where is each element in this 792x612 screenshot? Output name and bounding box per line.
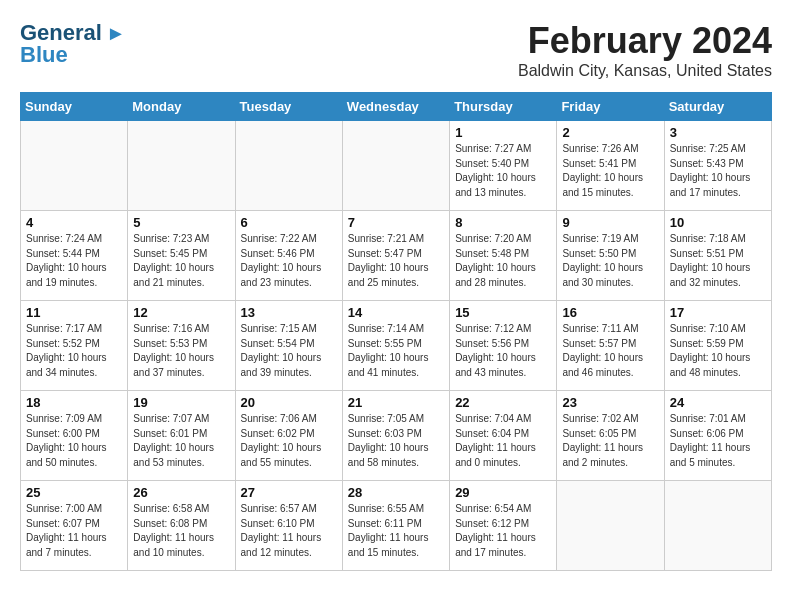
day-number: 12 <box>133 305 229 320</box>
day-number: 22 <box>455 395 551 410</box>
calendar-cell: 24Sunrise: 7:01 AM Sunset: 6:06 PM Dayli… <box>664 391 771 481</box>
day-number: 29 <box>455 485 551 500</box>
day-info: Sunrise: 7:23 AM Sunset: 5:45 PM Dayligh… <box>133 232 229 290</box>
day-info: Sunrise: 6:54 AM Sunset: 6:12 PM Dayligh… <box>455 502 551 560</box>
calendar-cell: 15Sunrise: 7:12 AM Sunset: 5:56 PM Dayli… <box>450 301 557 391</box>
day-info: Sunrise: 7:18 AM Sunset: 5:51 PM Dayligh… <box>670 232 766 290</box>
calendar-cell: 18Sunrise: 7:09 AM Sunset: 6:00 PM Dayli… <box>21 391 128 481</box>
day-number: 3 <box>670 125 766 140</box>
day-info: Sunrise: 7:02 AM Sunset: 6:05 PM Dayligh… <box>562 412 658 470</box>
day-info: Sunrise: 7:05 AM Sunset: 6:03 PM Dayligh… <box>348 412 444 470</box>
day-number: 20 <box>241 395 337 410</box>
calendar-cell: 19Sunrise: 7:07 AM Sunset: 6:01 PM Dayli… <box>128 391 235 481</box>
day-number: 16 <box>562 305 658 320</box>
day-info: Sunrise: 7:04 AM Sunset: 6:04 PM Dayligh… <box>455 412 551 470</box>
day-number: 2 <box>562 125 658 140</box>
calendar-table: SundayMondayTuesdayWednesdayThursdayFrid… <box>20 92 772 571</box>
day-info: Sunrise: 7:21 AM Sunset: 5:47 PM Dayligh… <box>348 232 444 290</box>
calendar-cell: 29Sunrise: 6:54 AM Sunset: 6:12 PM Dayli… <box>450 481 557 571</box>
calendar-cell: 2Sunrise: 7:26 AM Sunset: 5:41 PM Daylig… <box>557 121 664 211</box>
day-info: Sunrise: 7:17 AM Sunset: 5:52 PM Dayligh… <box>26 322 122 380</box>
day-info: Sunrise: 7:24 AM Sunset: 5:44 PM Dayligh… <box>26 232 122 290</box>
day-number: 21 <box>348 395 444 410</box>
day-info: Sunrise: 7:27 AM Sunset: 5:40 PM Dayligh… <box>455 142 551 200</box>
day-number: 13 <box>241 305 337 320</box>
col-header-thursday: Thursday <box>450 93 557 121</box>
day-number: 8 <box>455 215 551 230</box>
day-number: 4 <box>26 215 122 230</box>
day-info: Sunrise: 6:58 AM Sunset: 6:08 PM Dayligh… <box>133 502 229 560</box>
calendar-cell: 5Sunrise: 7:23 AM Sunset: 5:45 PM Daylig… <box>128 211 235 301</box>
calendar-week-row: 25Sunrise: 7:00 AM Sunset: 6:07 PM Dayli… <box>21 481 772 571</box>
day-number: 25 <box>26 485 122 500</box>
day-number: 7 <box>348 215 444 230</box>
day-number: 17 <box>670 305 766 320</box>
day-info: Sunrise: 7:22 AM Sunset: 5:46 PM Dayligh… <box>241 232 337 290</box>
calendar-cell: 28Sunrise: 6:55 AM Sunset: 6:11 PM Dayli… <box>342 481 449 571</box>
day-info: Sunrise: 7:01 AM Sunset: 6:06 PM Dayligh… <box>670 412 766 470</box>
day-number: 28 <box>348 485 444 500</box>
col-header-saturday: Saturday <box>664 93 771 121</box>
calendar-cell: 13Sunrise: 7:15 AM Sunset: 5:54 PM Dayli… <box>235 301 342 391</box>
calendar-cell: 25Sunrise: 7:00 AM Sunset: 6:07 PM Dayli… <box>21 481 128 571</box>
day-number: 1 <box>455 125 551 140</box>
calendar-cell: 11Sunrise: 7:17 AM Sunset: 5:52 PM Dayli… <box>21 301 128 391</box>
calendar-cell: 3Sunrise: 7:25 AM Sunset: 5:43 PM Daylig… <box>664 121 771 211</box>
calendar-cell: 12Sunrise: 7:16 AM Sunset: 5:53 PM Dayli… <box>128 301 235 391</box>
day-number: 27 <box>241 485 337 500</box>
calendar-cell: 16Sunrise: 7:11 AM Sunset: 5:57 PM Dayli… <box>557 301 664 391</box>
day-info: Sunrise: 7:16 AM Sunset: 5:53 PM Dayligh… <box>133 322 229 380</box>
day-info: Sunrise: 7:19 AM Sunset: 5:50 PM Dayligh… <box>562 232 658 290</box>
day-number: 24 <box>670 395 766 410</box>
day-number: 14 <box>348 305 444 320</box>
logo-arrow-icon: ► <box>106 22 126 45</box>
calendar-cell <box>664 481 771 571</box>
calendar-cell <box>342 121 449 211</box>
day-info: Sunrise: 7:11 AM Sunset: 5:57 PM Dayligh… <box>562 322 658 380</box>
calendar-cell: 21Sunrise: 7:05 AM Sunset: 6:03 PM Dayli… <box>342 391 449 481</box>
day-info: Sunrise: 7:12 AM Sunset: 5:56 PM Dayligh… <box>455 322 551 380</box>
calendar-week-row: 4Sunrise: 7:24 AM Sunset: 5:44 PM Daylig… <box>21 211 772 301</box>
day-info: Sunrise: 7:00 AM Sunset: 6:07 PM Dayligh… <box>26 502 122 560</box>
calendar-cell: 23Sunrise: 7:02 AM Sunset: 6:05 PM Dayli… <box>557 391 664 481</box>
calendar-cell: 22Sunrise: 7:04 AM Sunset: 6:04 PM Dayli… <box>450 391 557 481</box>
calendar-cell: 26Sunrise: 6:58 AM Sunset: 6:08 PM Dayli… <box>128 481 235 571</box>
day-info: Sunrise: 7:26 AM Sunset: 5:41 PM Dayligh… <box>562 142 658 200</box>
calendar-cell: 6Sunrise: 7:22 AM Sunset: 5:46 PM Daylig… <box>235 211 342 301</box>
location-subtitle: Baldwin City, Kansas, United States <box>20 62 772 80</box>
calendar-cell: 4Sunrise: 7:24 AM Sunset: 5:44 PM Daylig… <box>21 211 128 301</box>
calendar-cell: 9Sunrise: 7:19 AM Sunset: 5:50 PM Daylig… <box>557 211 664 301</box>
logo: General ► Blue <box>20 20 126 68</box>
day-info: Sunrise: 7:07 AM Sunset: 6:01 PM Dayligh… <box>133 412 229 470</box>
col-header-tuesday: Tuesday <box>235 93 342 121</box>
day-number: 5 <box>133 215 229 230</box>
day-info: Sunrise: 7:10 AM Sunset: 5:59 PM Dayligh… <box>670 322 766 380</box>
page-header: February 2024 Baldwin City, Kansas, Unit… <box>20 20 772 80</box>
calendar-cell: 7Sunrise: 7:21 AM Sunset: 5:47 PM Daylig… <box>342 211 449 301</box>
calendar-cell: 10Sunrise: 7:18 AM Sunset: 5:51 PM Dayli… <box>664 211 771 301</box>
col-header-monday: Monday <box>128 93 235 121</box>
col-header-sunday: Sunday <box>21 93 128 121</box>
day-info: Sunrise: 7:14 AM Sunset: 5:55 PM Dayligh… <box>348 322 444 380</box>
logo-blue: Blue <box>20 42 68 68</box>
calendar-week-row: 11Sunrise: 7:17 AM Sunset: 5:52 PM Dayli… <box>21 301 772 391</box>
calendar-cell: 27Sunrise: 6:57 AM Sunset: 6:10 PM Dayli… <box>235 481 342 571</box>
day-number: 26 <box>133 485 229 500</box>
calendar-week-row: 1Sunrise: 7:27 AM Sunset: 5:40 PM Daylig… <box>21 121 772 211</box>
calendar-cell <box>128 121 235 211</box>
calendar-cell: 20Sunrise: 7:06 AM Sunset: 6:02 PM Dayli… <box>235 391 342 481</box>
calendar-cell <box>235 121 342 211</box>
day-info: Sunrise: 7:06 AM Sunset: 6:02 PM Dayligh… <box>241 412 337 470</box>
day-info: Sunrise: 7:09 AM Sunset: 6:00 PM Dayligh… <box>26 412 122 470</box>
day-info: Sunrise: 6:55 AM Sunset: 6:11 PM Dayligh… <box>348 502 444 560</box>
calendar-cell <box>557 481 664 571</box>
calendar-cell <box>21 121 128 211</box>
calendar-cell: 17Sunrise: 7:10 AM Sunset: 5:59 PM Dayli… <box>664 301 771 391</box>
day-number: 15 <box>455 305 551 320</box>
col-header-friday: Friday <box>557 93 664 121</box>
calendar-cell: 14Sunrise: 7:14 AM Sunset: 5:55 PM Dayli… <box>342 301 449 391</box>
calendar-week-row: 18Sunrise: 7:09 AM Sunset: 6:00 PM Dayli… <box>21 391 772 481</box>
day-info: Sunrise: 7:15 AM Sunset: 5:54 PM Dayligh… <box>241 322 337 380</box>
day-number: 9 <box>562 215 658 230</box>
day-number: 23 <box>562 395 658 410</box>
